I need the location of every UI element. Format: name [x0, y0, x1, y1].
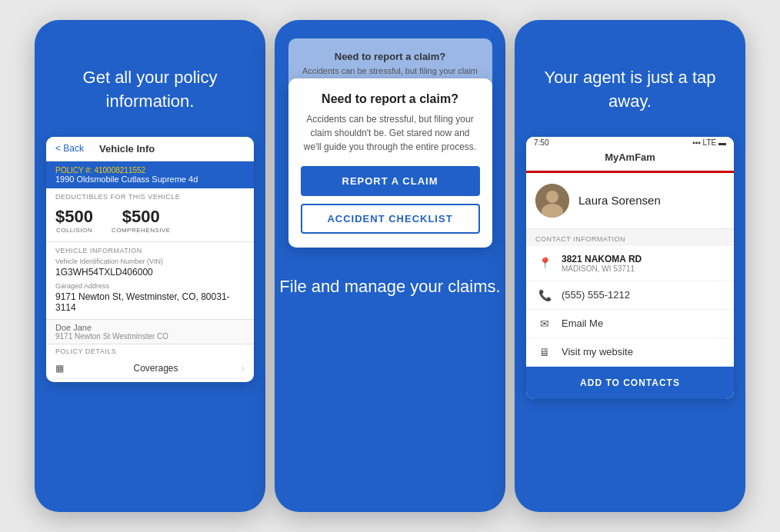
panel-title: Vehicle Info	[99, 143, 155, 155]
garage-address: 9171 Newton St, Westminster, CO, 80031-3…	[55, 291, 245, 313]
insured-name: Doe Jane	[55, 323, 245, 332]
card2-headline: File and manage your claims.	[279, 275, 500, 299]
coverages-icon: ▦	[55, 363, 64, 374]
policy-details-label: POLICY DETAILS	[55, 347, 245, 355]
contact-website-row[interactable]: 🖥 Visit my website	[526, 338, 734, 367]
contact-email-row[interactable]: ✉ Email Me	[526, 310, 734, 338]
coverage-row[interactable]: ▦ Coverages ›	[55, 358, 245, 379]
contact-email: Email Me	[562, 318, 603, 329]
comprehensive-amount: $500	[112, 207, 171, 227]
address-sub: MADISON, WI 53711	[562, 264, 642, 273]
svg-point-1	[546, 191, 558, 203]
agent-panel: 7:50 ▪▪▪ LTE ▬ MyAmFam Laura Sorensen CO…	[526, 137, 734, 399]
main-modal-desc: Accidents can be stressful, but filing y…	[301, 112, 480, 154]
coverages-text: Coverages	[133, 363, 178, 374]
policy-number: POLICY #: 410008211552	[55, 166, 245, 175]
website-icon: 🖥	[535, 346, 554, 358]
main-modal-title: Need to report a claim?	[301, 92, 480, 106]
email-icon: ✉	[535, 318, 554, 330]
agent-info-row: Laura Sorensen	[526, 173, 734, 229]
vin-value: 1G3WH54TXLD406000	[55, 267, 245, 278]
contact-phone: (555) 555-1212	[562, 289, 630, 301]
report-claim-button[interactable]: REPORT A CLAIM	[301, 166, 480, 196]
collision-amount: $500	[55, 207, 93, 227]
vin-label: Vehicle Identification Number (VIN)	[55, 258, 245, 265]
location-icon: 📍	[535, 257, 554, 269]
collision-label: COLLISION	[55, 227, 93, 234]
accident-checklist-button[interactable]: ACCIDENT CHECKLIST	[301, 204, 480, 234]
deductibles-section: DEDUCTIBLES FOR THIS VEHICLE $500 COLLIS…	[46, 188, 254, 242]
vehicle-info-section: VEHICLE INFORMATION Vehicle Identificati…	[46, 242, 254, 320]
insured-section: Doe Jane 9171 Newton St Westminster CO	[46, 320, 254, 344]
vehicle-info-panel: < Back Vehicle Info POLICY #: 4100082115…	[46, 137, 254, 382]
status-time: 7:50	[534, 138, 548, 147]
agent-avatar	[535, 184, 569, 218]
address-main: 3821 NAKOMA RD	[562, 254, 642, 264]
add-to-contacts-button[interactable]: ADD TO CONTACTS	[526, 367, 734, 399]
app-name: MyAmFam	[526, 148, 734, 166]
phone-card-claims: Need to report a claim? Accidents can be…	[275, 20, 505, 512]
comprehensive-label: COMPREHENSIVE	[112, 227, 171, 234]
claim-modal: Need to report a claim? Accidents can be…	[288, 78, 492, 248]
contact-address-row[interactable]: 📍 3821 NAKOMA RD MADISON, WI 53711	[526, 246, 734, 281]
status-signal: ▪▪▪ LTE ▬	[692, 138, 726, 147]
phone-icon: 📞	[535, 289, 554, 301]
agent-panel-top: 7:50 ▪▪▪ LTE ▬ MyAmFam	[526, 137, 734, 173]
deductibles-label: DEDUCTIBLES FOR THIS VEHICLE	[55, 193, 245, 201]
status-bar: 7:50 ▪▪▪ LTE ▬	[526, 137, 734, 148]
phone-card-policy: Get all your policy information. < Back …	[35, 20, 265, 512]
contact-section-label: CONTACT INFORMATION	[526, 229, 734, 246]
policy-vehicle: 1990 Oldsmobile Cutlass Supreme 4d	[55, 175, 245, 184]
agent-name: Laura Sorensen	[578, 194, 661, 207]
panel-header: < Back Vehicle Info	[46, 137, 254, 161]
phone-card-agent: Your agent is just a tap away. 7:50 ▪▪▪ …	[515, 20, 745, 512]
chevron-right-icon: ›	[242, 363, 245, 374]
contact-address: 3821 NAKOMA RD MADISON, WI 53711	[562, 254, 642, 273]
vehicle-info-label: VEHICLE INFORMATION	[55, 247, 245, 254]
garage-label: Garaged Address	[55, 282, 245, 290]
collision-deductible: $500 COLLISION	[55, 207, 93, 234]
deductibles-row: $500 COLLISION $500 COMPREHENSIVE	[55, 204, 245, 237]
back-link[interactable]: < Back	[55, 143, 84, 154]
insured-addr: 9171 Newton St Westminster CO	[55, 332, 245, 341]
policy-details-section: POLICY DETAILS ▦ Coverages ›	[46, 344, 254, 382]
shadow-modal-title: Need to report a claim?	[301, 51, 480, 62]
comprehensive-deductible: $500 COMPREHENSIVE	[112, 207, 171, 234]
card1-headline: Get all your policy information.	[35, 66, 265, 114]
contact-website: Visit my website	[562, 346, 633, 357]
card3-headline: Your agent is just a tap away.	[515, 66, 745, 114]
contact-phone-row[interactable]: 📞 (555) 555-1212	[526, 281, 734, 310]
policy-bar: POLICY #: 410008211552 1990 Oldsmobile C…	[46, 161, 254, 188]
